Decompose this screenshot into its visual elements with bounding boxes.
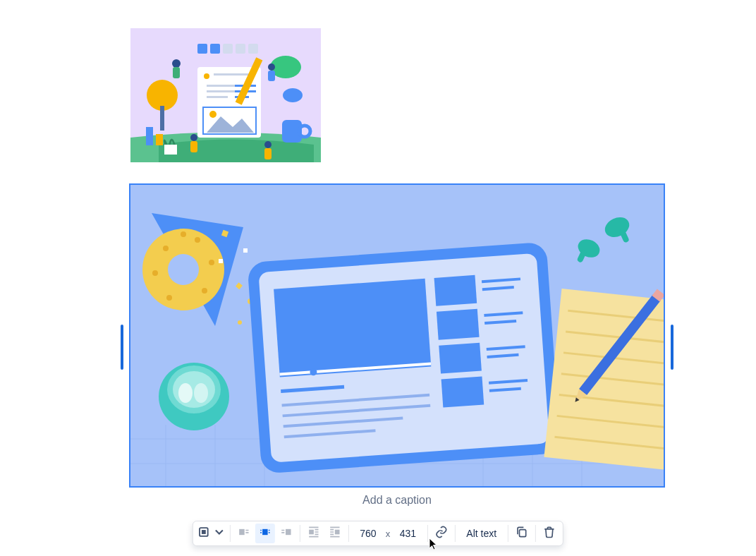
svg-rect-58 (243, 248, 248, 253)
svg-rect-106 (239, 529, 245, 535)
svg-rect-21 (164, 145, 177, 155)
trash-icon (542, 525, 556, 542)
svg-rect-20 (156, 134, 163, 145)
svg-rect-19 (146, 127, 153, 145)
svg-point-33 (190, 134, 197, 141)
svg-rect-71 (434, 275, 477, 306)
svg-point-11 (209, 111, 217, 118)
small-illustration-image[interactable] (130, 28, 321, 162)
align-right-icon (279, 525, 293, 542)
svg-rect-109 (262, 529, 268, 535)
align-left-button[interactable] (234, 524, 254, 543)
svg-point-48 (163, 246, 169, 251)
resize-handle-left[interactable] (121, 325, 123, 370)
resize-handle-right[interactable] (671, 325, 673, 370)
dimensions-display: 760 x 431 (352, 528, 425, 539)
border-options-button[interactable] (197, 524, 226, 543)
svg-rect-25 (236, 44, 245, 54)
alt-text-button[interactable]: Alt text (458, 528, 505, 539)
height-input[interactable]: 431 (397, 528, 418, 539)
chevron-down-icon (212, 525, 226, 542)
svg-rect-32 (264, 148, 272, 159)
svg-rect-117 (309, 530, 314, 535)
separator (230, 525, 231, 542)
svg-point-54 (181, 231, 186, 237)
svg-point-27 (172, 59, 181, 68)
svg-rect-26 (248, 44, 258, 54)
svg-rect-57 (219, 259, 223, 263)
svg-rect-14 (160, 106, 164, 131)
svg-rect-22 (197, 44, 207, 54)
separator (300, 525, 300, 542)
svg-rect-6 (207, 96, 228, 98)
copy-button[interactable] (512, 524, 532, 543)
svg-rect-23 (210, 44, 220, 54)
svg-rect-30 (268, 71, 275, 81)
svg-point-60 (238, 320, 242, 325)
align-right-button[interactable] (276, 524, 296, 543)
svg-point-51 (202, 288, 207, 294)
border-square-icon (197, 525, 211, 542)
svg-rect-74 (441, 377, 484, 408)
svg-rect-129 (520, 530, 526, 537)
svg-rect-68 (274, 279, 431, 377)
align-center-button[interactable] (255, 524, 275, 543)
svg-rect-114 (286, 529, 291, 535)
svg-point-16 (283, 88, 303, 102)
svg-rect-72 (437, 309, 480, 340)
separator (454, 525, 455, 542)
delete-button[interactable] (539, 524, 559, 543)
svg-point-47 (168, 254, 199, 285)
align-left-icon (237, 525, 251, 542)
wrap-right-button[interactable] (325, 524, 345, 543)
mouse-cursor (429, 538, 439, 553)
svg-point-53 (152, 270, 158, 276)
separator (427, 525, 427, 542)
align-center-icon (258, 525, 272, 542)
separator (535, 525, 536, 542)
width-input[interactable]: 760 (358, 528, 379, 539)
svg-point-64 (178, 383, 193, 403)
selected-image[interactable] (129, 183, 665, 488)
svg-rect-105 (202, 530, 206, 534)
svg-point-50 (209, 260, 214, 265)
svg-rect-34 (190, 141, 197, 152)
svg-rect-73 (439, 343, 482, 374)
svg-point-29 (268, 64, 275, 71)
svg-rect-3 (214, 73, 249, 75)
wrap-left-icon (307, 525, 321, 542)
separator (348, 525, 349, 542)
copy-icon (515, 525, 529, 542)
svg-rect-123 (335, 530, 340, 535)
dimension-x-label: x (386, 528, 391, 539)
image-toolbar: 760 x 431 Alt text (193, 521, 563, 546)
svg-point-49 (195, 237, 200, 243)
wrap-left-button[interactable] (304, 524, 324, 543)
svg-point-31 (264, 141, 272, 148)
svg-rect-24 (223, 44, 233, 54)
svg-point-52 (166, 295, 172, 301)
svg-rect-28 (173, 67, 180, 78)
separator (508, 525, 508, 542)
svg-point-65 (194, 383, 208, 403)
svg-point-2 (204, 73, 209, 79)
wrap-right-icon (328, 525, 342, 542)
caption-input[interactable]: Add a caption (129, 494, 665, 507)
